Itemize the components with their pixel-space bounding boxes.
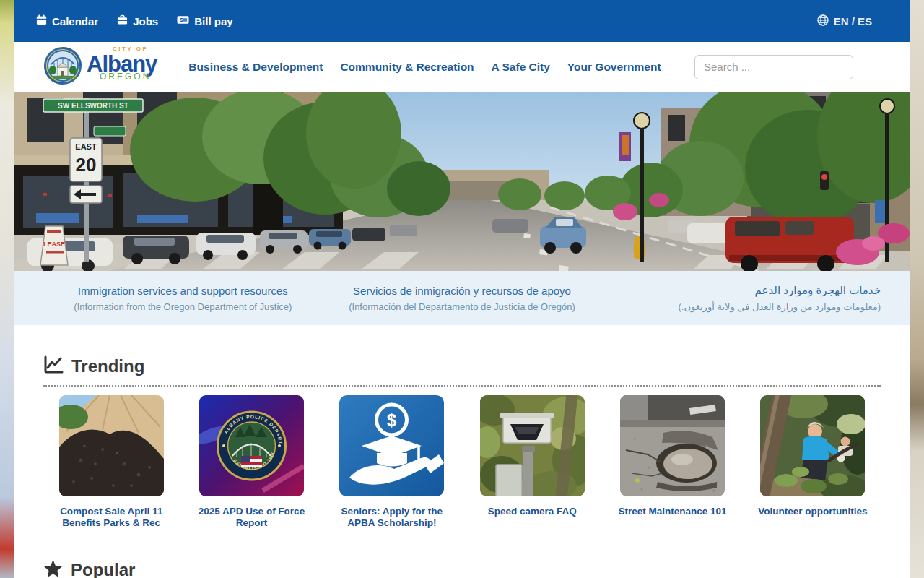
- star-icon: [43, 559, 63, 578]
- banner-link-es[interactable]: Servicios de inmigración y recursos de a…: [323, 285, 602, 297]
- city-logo-text: CITY OF Albany OREGON: [87, 53, 157, 81]
- language-toggle-label: EN / ES: [834, 15, 872, 27]
- nav-community-recreation[interactable]: Community & Recreation: [340, 61, 474, 74]
- page-container: Calendar Jobs $ Bill pay EN / ES: [14, 0, 910, 578]
- compost-pile-image: [59, 395, 164, 496]
- trending-card-compost[interactable]: Compost Sale April 11 Benefits Parks & R…: [43, 395, 179, 529]
- coin-dollar-text: $: [387, 410, 397, 430]
- trending-card-volunteer[interactable]: Volunteer opportunities: [745, 395, 881, 529]
- main-content: Trending Compost Sale April 11: [14, 325, 910, 578]
- trending-cards: Compost Sale April 11 Benefits Parks & R…: [43, 395, 881, 529]
- hero-street-sign: SW ELLSWORTH ST: [58, 102, 128, 110]
- primary-nav: Business & Development Community & Recre…: [188, 61, 661, 74]
- trending-divider: [43, 385, 881, 387]
- banner-col-en: Immigration services and support resourc…: [43, 285, 323, 312]
- svg-text:LEASE: LEASE: [43, 241, 65, 248]
- topbar-link-calendar[interactable]: Calendar: [36, 14, 98, 27]
- trending-card-label[interactable]: Speed camera FAQ: [488, 506, 577, 517]
- trending-card-label[interactable]: Volunteer opportunities: [758, 506, 867, 517]
- speed-camera-image: [480, 395, 585, 496]
- topbar-link-label: Jobs: [133, 15, 158, 27]
- banner-col-es: Servicios de inmigración y recursos de a…: [323, 285, 602, 312]
- utility-topbar: Calendar Jobs $ Bill pay EN / ES: [14, 0, 910, 42]
- city-logo[interactable]: CITY OF Albany OREGON: [43, 46, 157, 88]
- pothole-image: [620, 395, 725, 496]
- police-seal-image: ALBANY POLICE DEPARTMENT ESTABLISHED 186…: [199, 395, 304, 496]
- topbar-link-billpay[interactable]: $ Bill pay: [177, 14, 232, 27]
- trending-card-speed-camera[interactable]: Speed camera FAQ: [464, 395, 600, 529]
- popular-section-header: Popular: [43, 529, 881, 578]
- scholarship-graphic-image: $: [339, 395, 444, 496]
- banner-link-ar[interactable]: خدمات الهجرة وموارد الدعم: [601, 284, 881, 297]
- hero-lease-sign: LEASE: [40, 226, 68, 265]
- city-seal-icon: [43, 46, 82, 88]
- bill-icon: $: [177, 14, 189, 27]
- immigration-alert-banner: Immigration services and support resourc…: [14, 271, 910, 325]
- svg-text:20: 20: [76, 154, 97, 176]
- trending-card-label[interactable]: 2025 APD Use of Force Report: [190, 506, 313, 529]
- calendar-icon: [36, 14, 47, 27]
- svg-text:EAST: EAST: [75, 142, 97, 151]
- banner-subtitle-en: (Information from the Oregon Department …: [43, 301, 323, 312]
- banner-subtitle-ar: (معلومات وموارد من وزارة العدل في ولاية …: [601, 301, 881, 312]
- trending-title: Trending: [71, 356, 144, 376]
- banner-subtitle-es: (Información del Departamento de Justici…: [323, 301, 602, 312]
- trending-card-label[interactable]: Compost Sale April 11 Benefits Parks & R…: [50, 506, 173, 529]
- search-container: [694, 55, 853, 79]
- popular-title: Popular: [71, 560, 135, 578]
- language-toggle[interactable]: EN / ES: [817, 14, 872, 28]
- nav-a-safe-city[interactable]: A Safe City: [492, 61, 550, 74]
- search-input[interactable]: [694, 55, 853, 79]
- briefcase-icon: [117, 14, 128, 27]
- trending-card-street-maintenance[interactable]: Street Maintenance 101: [604, 395, 740, 529]
- volunteers-image: [760, 395, 865, 496]
- banner-link-en[interactable]: Immigration services and support resourc…: [43, 285, 323, 297]
- trending-card-scholarship[interactable]: $ Seniors: Apply for the APBA Scholarshi…: [324, 395, 460, 529]
- page-background-left: [0, 0, 14, 578]
- banner-col-ar: خدمات الهجرة وموارد الدعم (معلومات وموار…: [601, 284, 881, 312]
- nav-your-government[interactable]: Your Government: [567, 61, 661, 74]
- trending-section-header: Trending: [43, 325, 881, 377]
- hero-street-scene: LERS: [14, 92, 910, 271]
- site-header: CITY OF Albany OREGON Business & Develop…: [14, 42, 910, 92]
- chart-line-icon: [43, 355, 64, 377]
- trending-card-label[interactable]: Street Maintenance 101: [618, 506, 726, 517]
- nav-business-development[interactable]: Business & Development: [188, 61, 323, 74]
- topbar-link-jobs[interactable]: Jobs: [117, 14, 158, 27]
- topbar-link-label: Calendar: [52, 15, 98, 27]
- logo-cityof-label: CITY OF: [113, 46, 148, 52]
- page-background-right: [910, 0, 924, 578]
- globe-icon: [817, 14, 829, 28]
- hero-image: LERS: [14, 92, 910, 271]
- trending-card-apd-report[interactable]: ALBANY POLICE DEPARTMENT ESTABLISHED 186…: [183, 395, 319, 529]
- topbar-link-label: Bill pay: [194, 15, 232, 27]
- trending-card-label[interactable]: Seniors: Apply for the APBA Scholarship!: [331, 506, 453, 529]
- hero-route-sign: EAST 20: [70, 138, 102, 203]
